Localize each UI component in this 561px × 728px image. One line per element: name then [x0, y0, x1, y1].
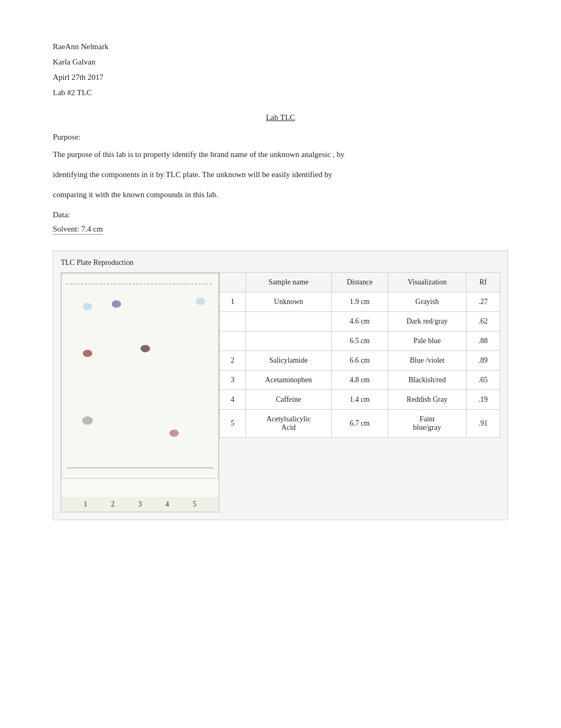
row-rf: .91	[466, 410, 500, 438]
table-row: 5 Acetylsalicylic Acid 6.7 cm Faint blue…	[220, 410, 500, 438]
col-visualization: Visualization	[388, 273, 466, 292]
purpose-text-1: The purpose of this lab is to properly i…	[53, 148, 508, 161]
purpose-label: Purpose:	[53, 133, 508, 142]
col-rf: Rf	[466, 273, 500, 292]
row-number	[220, 312, 246, 331]
row-distance: 4.6 cm	[331, 312, 388, 331]
row-number	[220, 331, 246, 351]
table-row: 4 Caffeine 1.4 cm Reddish Gray .19	[220, 390, 500, 410]
lane-label-2: 2	[105, 500, 120, 509]
solvent-line: Solvent: 7.4 cm	[53, 225, 103, 235]
lab-number: Lab #2 TLC	[53, 88, 508, 97]
tlc-plate: 1 2 3 4 5	[61, 272, 219, 512]
row-distance: 1.4 cm	[331, 390, 388, 410]
table-title: TLC Plate Reproduction	[61, 259, 500, 267]
row-number: 4	[220, 390, 246, 410]
row-rf: .19	[466, 390, 500, 410]
table-row: 2 Salicylamide 6.6 cm Blue /violet .89	[220, 351, 500, 371]
row-sample	[246, 331, 331, 351]
row-rf: .65	[466, 371, 500, 390]
row-visualization: Faint blue/gray	[388, 410, 466, 438]
svg-point-9	[195, 298, 205, 305]
sample-name-line1: Acetylsalicylic	[266, 415, 311, 423]
lane-label-4: 4	[160, 500, 175, 509]
header-block: RaeAnn Nelmark Karla Galvan Apirl 27th 2…	[53, 42, 508, 97]
table-row: 3 Acetaminophen 4.8 cm Blackish/red .65	[220, 371, 500, 390]
page-title: Lab TLC	[53, 113, 508, 122]
row-visualization: Grayish	[388, 292, 466, 312]
svg-point-4	[83, 349, 92, 357]
row-sample	[246, 312, 331, 331]
row-sample: Caffeine	[246, 390, 331, 410]
row-distance: 1.9 cm	[331, 292, 388, 312]
row-visualization: Blackish/red	[388, 371, 466, 390]
main-table-area: 1 2 3 4 5 Sample name Distance Visualiza…	[61, 272, 500, 512]
row-number: 3	[220, 371, 246, 390]
row-sample: Acetaminophen	[246, 371, 331, 390]
row-visualization: Blue /violet	[388, 351, 466, 371]
tlc-table-wrapper: TLC Plate Reproduction	[53, 251, 508, 520]
author-name: RaeAnn Nelmark	[53, 42, 508, 51]
tlc-plate-svg	[61, 273, 219, 495]
sample-name-line2: Acid	[282, 423, 296, 431]
row-distance: 4.8 cm	[331, 371, 388, 390]
row-sample: Acetylsalicylic Acid	[246, 410, 331, 438]
table-row: 1 Unknown 1.9 cm Grayish .27	[220, 292, 500, 312]
viz-line1: Faint	[419, 415, 435, 423]
row-distance: 6.6 cm	[331, 351, 388, 371]
col-distance: Distance	[331, 273, 388, 292]
row-rf: .88	[466, 331, 500, 351]
date: Apirl 27th 2017	[53, 73, 508, 82]
row-rf: .89	[466, 351, 500, 371]
svg-point-8	[170, 429, 179, 437]
row-number: 2	[220, 351, 246, 371]
row-number: 1	[220, 292, 246, 312]
lane-label-5: 5	[186, 500, 202, 509]
row-visualization: Reddish Gray	[388, 390, 466, 410]
row-number: 5	[220, 410, 246, 438]
purpose-text-3: comparing it with the known compounds in…	[53, 188, 508, 201]
svg-point-7	[141, 345, 150, 352]
data-table-container: Sample name Distance Visualization Rf 1 …	[219, 272, 500, 512]
row-visualization: Dark red/gray	[388, 312, 466, 331]
lane-label-1: 1	[78, 500, 94, 509]
purpose-text-2: identifying the components in it by TLC …	[53, 168, 508, 181]
row-rf: .62	[466, 312, 500, 331]
row-distance: 6.7 cm	[331, 410, 388, 438]
lane-labels: 1 2 3 4 5	[61, 497, 219, 512]
row-rf: .27	[466, 292, 500, 312]
svg-point-5	[83, 303, 92, 310]
row-sample: Salicylamide	[246, 351, 331, 371]
svg-point-6	[111, 300, 121, 308]
table-row: 4.6 cm Dark red/gray .62	[220, 312, 500, 331]
viz-line2: blue/gray	[413, 423, 441, 431]
svg-point-3	[82, 417, 93, 425]
lane-label-3: 3	[132, 500, 148, 509]
data-table: Sample name Distance Visualization Rf 1 …	[219, 272, 500, 438]
partner-name: Karla Galvan	[53, 58, 508, 67]
row-sample: Unknown	[246, 292, 331, 312]
row-visualization: Pale blue	[388, 331, 466, 351]
col-number	[220, 273, 246, 292]
table-header-row: Sample name Distance Visualization Rf	[220, 273, 500, 292]
col-sample-name: Sample name	[246, 273, 331, 292]
table-row: 6.5 cm Pale blue .88	[220, 331, 500, 351]
row-distance: 6.5 cm	[331, 331, 388, 351]
data-label: Data:	[53, 210, 508, 219]
